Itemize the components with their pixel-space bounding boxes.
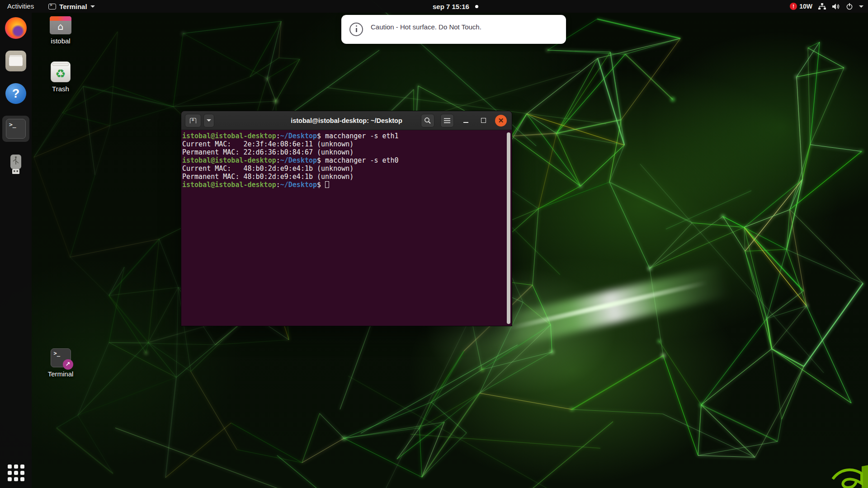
system-tray[interactable]: ! 10W	[790, 0, 863, 13]
desktop-icon-label: istobal	[51, 37, 70, 45]
desktop-icon-label: Trash	[52, 85, 69, 93]
terminal-line: istobal@istobal-desktop:~/Desktop$ macch…	[182, 132, 511, 140]
prompt-separator: :	[276, 156, 280, 164]
command-text: macchanger -s eth1	[321, 132, 399, 140]
maximize-button[interactable]	[477, 115, 489, 127]
info-icon	[349, 23, 363, 36]
chevron-down-icon	[207, 119, 211, 122]
top-bar: Activities Terminal sep 7 15:16 ! 10W	[0, 0, 868, 13]
media-indicator-dot	[475, 5, 478, 8]
terminal-line: Permanent MAC: 48:b0:2d:e9:e4:1b (unknow…	[182, 173, 511, 181]
warning-badge-icon: !	[790, 3, 797, 10]
notification-message: Caution - Hot surface. Do Not Touch.	[371, 23, 481, 31]
terminal-line: istobal@istobal-desktop:~/Desktop$ macch…	[182, 156, 511, 164]
prompt-user: istobal@istobal-desktop	[182, 181, 276, 189]
prompt-dollar: $	[317, 132, 321, 140]
desktop-icon-trash[interactable]: Trash	[38, 61, 83, 93]
clock-button[interactable]: sep 7 15:16	[433, 0, 478, 13]
notification-banner[interactable]: Caution - Hot surface. Do Not Touch.	[341, 15, 566, 44]
terminal-icon	[48, 4, 56, 9]
volume-icon	[832, 3, 840, 10]
link-arrow-icon: ↗	[63, 359, 73, 370]
desktop-icon-terminal[interactable]: ↗ Terminal	[38, 348, 83, 378]
usb-icon	[7, 154, 25, 175]
prompt-dollar: $	[317, 181, 321, 189]
prompt-separator: :	[276, 181, 280, 189]
prompt-path: ~/Desktop	[280, 132, 317, 140]
close-button[interactable]: ✕	[495, 115, 507, 127]
desktop: Activities Terminal sep 7 15:16 ! 10W	[0, 0, 868, 488]
terminal-line: Current MAC: 48:b0:2d:e9:e4:1b (unknown)	[182, 164, 511, 173]
command-text	[321, 181, 325, 189]
clock-label: sep 7 15:16	[433, 3, 469, 10]
desktop-icon-istobal[interactable]: istobal	[38, 16, 83, 45]
dock-item-usb-drive[interactable]	[7, 154, 25, 175]
dock-item-files[interactable]	[5, 51, 26, 71]
nvidia-logo	[826, 464, 868, 488]
terminal-window: istobal@istobal-desktop: ~/Desktop	[181, 111, 512, 326]
dock: ?	[0, 13, 32, 488]
terminal-scrollbar[interactable]	[507, 132, 510, 324]
terminal-line: Permanent MAC: 22:d6:36:b0:84:67 (unknow…	[182, 148, 511, 156]
command-text: macchanger -s eth0	[321, 156, 399, 164]
terminal-cursor	[325, 181, 329, 188]
search-button[interactable]	[421, 114, 434, 127]
hamburger-icon	[444, 118, 450, 123]
power-draw-label: 10W	[799, 3, 812, 10]
prompt-dollar: $	[317, 156, 321, 164]
dock-item-help[interactable]: ?	[5, 83, 26, 104]
power-draw-indicator: ! 10W	[790, 3, 812, 10]
desktop-icon-label: Terminal	[48, 370, 74, 378]
dock-item-terminal[interactable]	[2, 116, 29, 142]
terminal-launcher-icon: ↗	[51, 348, 71, 367]
prompt-user: istobal@istobal-desktop	[182, 156, 276, 164]
prompt-user: istobal@istobal-desktop	[182, 132, 276, 140]
dock-item-firefox[interactable]	[5, 17, 27, 39]
titlebar-right-controls: ✕	[421, 114, 507, 127]
terminal-content[interactable]: istobal@istobal-desktop:~/Desktop$ macch…	[181, 130, 512, 326]
grid-icon	[8, 465, 12, 469]
terminal-icon	[6, 119, 26, 139]
new-tab-icon	[190, 118, 196, 123]
maximize-icon	[481, 118, 486, 123]
chevron-down-icon	[859, 5, 863, 8]
minimize-button[interactable]	[460, 115, 472, 127]
prompt-path: ~/Desktop	[280, 181, 317, 189]
show-applications-button[interactable]	[7, 464, 25, 482]
new-tab-button[interactable]	[185, 114, 201, 127]
menu-button[interactable]	[440, 114, 454, 127]
power-icon	[846, 3, 853, 10]
trash-icon	[51, 61, 71, 82]
folder-icon	[5, 51, 26, 71]
terminal-line: istobal@istobal-desktop:~/Desktop$	[182, 181, 511, 189]
chevron-down-icon	[90, 5, 95, 8]
terminal-titlebar[interactable]: istobal@istobal-desktop: ~/Desktop	[181, 111, 512, 130]
firefox-icon	[5, 17, 27, 39]
app-menu-label: Terminal	[59, 3, 87, 10]
titlebar-left-controls	[185, 114, 214, 127]
tab-list-button[interactable]	[203, 114, 214, 127]
question-icon: ?	[5, 83, 26, 104]
network-wired-icon	[818, 3, 826, 10]
minimize-icon	[463, 122, 468, 123]
prompt-separator: :	[276, 132, 280, 140]
terminal-line: Current MAC: 2e:3f:4e:08:6e:11 (unknown)	[182, 140, 511, 148]
home-folder-icon	[50, 16, 71, 34]
search-icon	[424, 117, 431, 124]
focused-app-highlight	[2, 116, 29, 142]
prompt-path: ~/Desktop	[280, 156, 317, 164]
activities-button[interactable]: Activities	[0, 0, 41, 13]
app-menu-terminal[interactable]: Terminal	[48, 0, 94, 13]
